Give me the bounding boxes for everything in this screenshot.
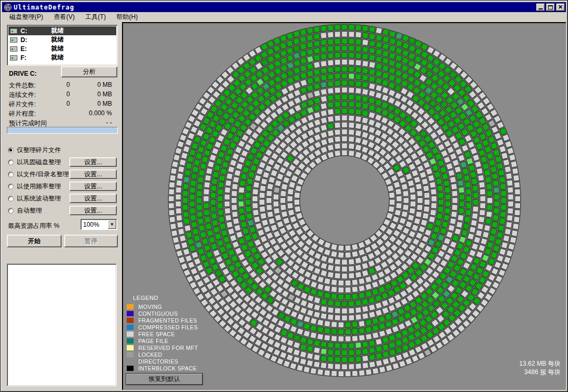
legend: LEGEND MOVING CONTIGUOUS FRAGMENTED FILE… xyxy=(127,295,198,371)
fragmented-swatch xyxy=(127,318,134,323)
radio-system-volatility[interactable]: 以系统波动整理 设置... xyxy=(8,193,118,205)
resource-usage-value: 100% xyxy=(81,221,108,228)
radio-auto[interactable]: 自动整理 设置... xyxy=(8,205,118,217)
maximize-icon xyxy=(548,5,553,9)
legend-item-contiguous: CONTIGUOUS xyxy=(127,310,198,317)
disk-map-area: LEGEND MOVING CONTIGUOUS FRAGMENTED FILE… xyxy=(122,22,566,390)
radio-icon xyxy=(8,208,14,214)
settings-button-volatility[interactable]: 设置... xyxy=(69,194,117,203)
legend-item-free-space: FREE SPACE xyxy=(127,330,198,337)
contiguous-swatch xyxy=(127,311,134,316)
page-file-swatch xyxy=(127,338,134,344)
app-window: UltimateDefrag ✕ 磁盘整理(P) 查看(V) 工具(T) 帮助(… xyxy=(0,0,568,392)
left-panel: C: 就绪 D: 就绪 E: 就绪 F: 就绪 DRIVE C: 分析 xyxy=(2,22,122,390)
selected-drive-label: DRIVE C: xyxy=(9,70,37,77)
stat-total-files: 文件总数: 0 0 MB xyxy=(9,81,117,91)
drive-list: C: 就绪 D: 就绪 E: 就绪 F: 就绪 xyxy=(7,25,118,66)
stat-fragmentation-level: 碎片程度: 0.000 % xyxy=(9,109,117,119)
radio-consolidate[interactable]: 以巩固磁盘整理 设置... xyxy=(8,156,118,168)
drive-row-c[interactable]: C: 就绪 xyxy=(8,26,116,35)
close-icon: ✕ xyxy=(558,4,563,10)
mft-swatch xyxy=(127,345,134,350)
drive-row-e[interactable]: E: 就绪 xyxy=(8,44,116,53)
legend-item-mft: RESERVED FOR MFT xyxy=(127,344,198,351)
legend-item-directories: DIRECTORIES xyxy=(127,358,198,365)
radio-icon xyxy=(8,196,14,202)
block-size-clusters: 3486 簇 每块 xyxy=(519,368,561,376)
analyze-button[interactable]: 分析 xyxy=(61,66,117,77)
menu-help[interactable]: 帮助(H) xyxy=(112,12,142,23)
moving-swatch xyxy=(127,304,134,309)
block-info: 13.62 MB 每块 3486 簇 每块 xyxy=(519,359,561,376)
drive-status: 就绪 xyxy=(51,53,64,62)
menu-defrag[interactable]: 磁盘整理(P) xyxy=(5,12,47,23)
drive-status: 就绪 xyxy=(51,26,64,35)
pause-button[interactable]: 暂停 xyxy=(64,235,118,247)
drive-stats: 文件总数: 0 0 MB 连续文件: 0 0 MB 碎片文件: 0 0 MB 碎… xyxy=(9,81,117,128)
drive-status: 就绪 xyxy=(51,35,64,44)
radio-defrag-only[interactable]: 仅整理碎片文件 xyxy=(8,144,118,156)
radio-icon xyxy=(8,184,14,189)
drive-icon xyxy=(10,37,17,43)
resource-usage-select[interactable]: 100% ▼ xyxy=(80,219,117,230)
legend-item-moving: MOVING xyxy=(127,303,198,310)
directories-swatch xyxy=(127,359,134,364)
radio-usage-frequency[interactable]: 以使用频率整理 设置... xyxy=(8,180,118,193)
settings-button-file-dir[interactable]: 设置... xyxy=(69,169,117,179)
drive-letter: C: xyxy=(21,27,51,35)
menu-tools[interactable]: 工具(T) xyxy=(81,12,110,23)
minimize-button[interactable] xyxy=(536,3,545,11)
progress-bar xyxy=(7,127,118,134)
resource-usage-label: 最高资源占用率 % xyxy=(8,222,59,230)
close-button[interactable]: ✕ xyxy=(556,3,565,11)
radio-icon xyxy=(8,159,14,165)
app-icon[interactable] xyxy=(4,3,12,12)
block-size-mb: 13.62 MB 每块 xyxy=(519,359,561,368)
drive-letter: F: xyxy=(21,54,51,62)
stat-fragmented-files: 碎片文件: 0 0 MB xyxy=(9,100,117,109)
interblock-swatch xyxy=(127,366,134,371)
defrag-options: 仅整理碎片文件 以巩固磁盘整理 设置... 以文件/目录名整理 设置... 以使… xyxy=(8,144,118,217)
free-space-swatch xyxy=(127,331,134,337)
legend-item-locked: LOCKED xyxy=(127,351,198,358)
drive-icon xyxy=(10,46,17,52)
settings-button-usage[interactable]: 设置... xyxy=(69,182,117,191)
maximize-button[interactable] xyxy=(546,3,555,11)
drive-row-d[interactable]: D: 就绪 xyxy=(8,35,116,44)
drive-letter: D: xyxy=(21,36,51,44)
menu-bar: 磁盘整理(P) 查看(V) 工具(T) 帮助(H) xyxy=(2,12,566,22)
legend-item-compressed: COMPRESSED FILES xyxy=(127,324,198,330)
legend-item-page-file: PAGE FILE xyxy=(127,337,198,344)
file-list-box[interactable] xyxy=(7,264,117,386)
title-bar: UltimateDefrag ✕ xyxy=(2,2,566,12)
compressed-swatch xyxy=(127,325,134,330)
drive-row-f[interactable]: F: 就绪 xyxy=(8,53,116,62)
legend-title: LEGEND xyxy=(133,295,198,301)
radio-icon xyxy=(8,172,14,177)
drive-icon xyxy=(10,28,17,34)
radio-icon xyxy=(8,147,14,153)
start-button[interactable]: 开始 xyxy=(7,235,62,247)
legend-item-fragmented: FRAGMENTED FILES xyxy=(127,317,198,324)
settings-button-consolidate[interactable]: 设置... xyxy=(69,157,117,167)
settings-button-auto[interactable]: 设置... xyxy=(69,206,117,215)
restore-defaults-button[interactable]: 恢复到默认 xyxy=(126,373,203,385)
chevron-down-icon[interactable]: ▼ xyxy=(108,220,116,229)
drive-letter: E: xyxy=(21,45,51,53)
menu-view[interactable]: 查看(V) xyxy=(49,12,79,23)
radio-file-dir-name[interactable]: 以文件/目录名整理 设置... xyxy=(8,168,118,180)
stat-contiguous-files: 连续文件: 0 0 MB xyxy=(9,91,117,100)
drive-icon xyxy=(10,55,17,61)
window-title: UltimateDefrag xyxy=(14,4,74,11)
locked-swatch xyxy=(127,352,134,357)
minimize-icon xyxy=(539,8,543,9)
legend-item-interblock: INTERBLOCK SPACE xyxy=(127,365,198,371)
drive-status: 就绪 xyxy=(51,44,64,53)
